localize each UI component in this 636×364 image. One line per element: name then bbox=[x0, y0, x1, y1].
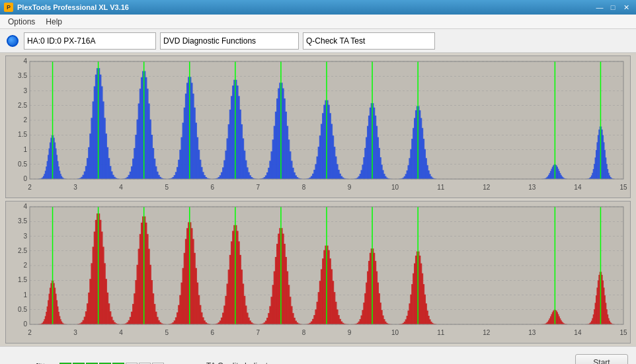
close-button[interactable]: ✕ bbox=[620, 2, 632, 13]
jitter-row: Jitter: 4 bbox=[8, 362, 180, 365]
menu-options[interactable]: Options bbox=[3, 16, 40, 28]
minimize-button[interactable]: — bbox=[594, 2, 606, 13]
maximize-button[interactable]: □ bbox=[607, 2, 619, 13]
top-chart-canvas bbox=[6, 56, 630, 198]
bottom-chart-container bbox=[5, 201, 631, 344]
metrics-section: Jitter: 4 Peak Shift: 4 bbox=[8, 362, 180, 365]
test-select[interactable]: Q-Check TA Test bbox=[303, 32, 435, 50]
app-title: PlexTools Professional XL V3.16 bbox=[17, 3, 129, 11]
jitter-label: Jitter: bbox=[8, 362, 54, 365]
globe-icon bbox=[7, 35, 19, 47]
toolbar: HA:0 ID:0 PX-716A DVD Diagnostic Functio… bbox=[0, 29, 636, 53]
title-bar: P PlexTools Professional XL V3.16 — □ ✕ bbox=[0, 0, 636, 15]
drive-icon bbox=[5, 34, 20, 48]
app-icon: P bbox=[4, 3, 13, 12]
start-section: Start i bbox=[575, 354, 628, 365]
title-bar-left: P PlexTools Professional XL V3.16 bbox=[4, 3, 129, 12]
charts-area bbox=[0, 53, 636, 346]
ta-section: TA Quality Indicator: Very Good bbox=[206, 361, 277, 365]
bottom-panel: Jitter: 4 Peak Shift: 4 TA Quality Indic… bbox=[0, 346, 636, 364]
menu-help[interactable]: Help bbox=[40, 16, 67, 28]
top-chart-container bbox=[5, 55, 631, 198]
ta-label: TA Quality Indicator: bbox=[206, 361, 277, 365]
drive-select[interactable]: HA:0 ID:0 PX-716A bbox=[24, 32, 156, 50]
bottom-chart-canvas bbox=[6, 201, 630, 343]
function-select[interactable]: DVD Diagnostic Functions bbox=[160, 32, 299, 50]
title-bar-controls[interactable]: — □ ✕ bbox=[594, 2, 632, 13]
start-button[interactable]: Start bbox=[575, 354, 628, 365]
menu-bar: Options Help bbox=[0, 15, 636, 29]
